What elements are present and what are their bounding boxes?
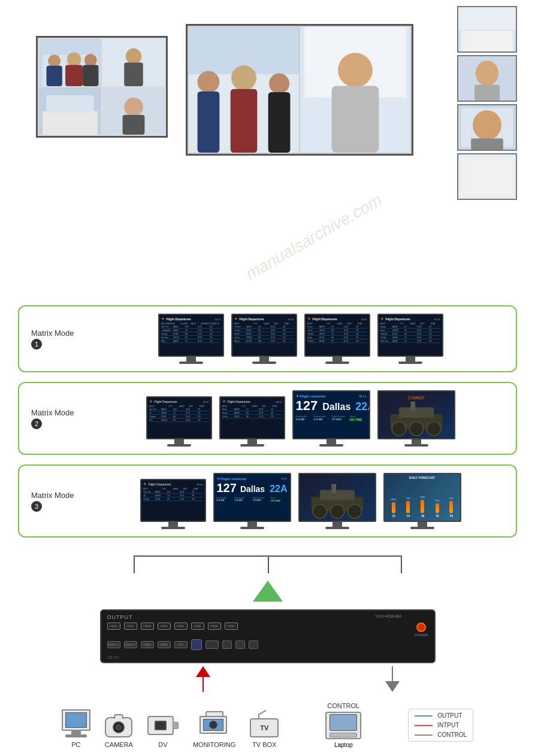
port-usb bbox=[191, 639, 202, 650]
flight-icon: ✈ bbox=[161, 317, 165, 321]
port-hdmi-in-1: HDMI 1 bbox=[107, 641, 120, 648]
svg-rect-34 bbox=[474, 85, 500, 101]
svg-rect-5 bbox=[65, 65, 83, 86]
matrix-mode-1-label: Matrix Mode 1 bbox=[25, 328, 91, 350]
svg-rect-38 bbox=[471, 138, 503, 150]
monitor-3-3 bbox=[298, 473, 376, 529]
weather-day-1: MON 72 bbox=[391, 499, 396, 518]
tvbox-body-icon: TV bbox=[250, 718, 279, 737]
legend-line-control bbox=[415, 734, 433, 736]
laptop-screen-icon bbox=[330, 714, 357, 731]
v-connector-left bbox=[134, 555, 135, 573]
monitor-3-4: DAILY FORECAST MON 72 TUE 74 bbox=[383, 473, 461, 529]
port-hdmi-8: HDMI bbox=[225, 623, 238, 630]
svg-point-55 bbox=[313, 505, 327, 518]
display-left bbox=[36, 36, 168, 138]
monitor-2-3: ✈ Flight reminder 06:11 127 Dallas 22A B… bbox=[292, 390, 370, 447]
display-cell-tr bbox=[102, 39, 165, 86]
svg-rect-22 bbox=[231, 89, 258, 153]
display-cell-bl bbox=[39, 87, 101, 135]
icon-item-dv: DV bbox=[147, 716, 179, 748]
monitor-2-1: ✈ Flight Departures 05:10 DestFltGateDep… bbox=[146, 396, 212, 447]
svg-rect-10 bbox=[124, 63, 143, 87]
svg-rect-40 bbox=[461, 157, 513, 196]
dv-body-icon bbox=[147, 716, 174, 735]
pc-label: PC bbox=[71, 741, 80, 748]
pc-screen-inner bbox=[65, 712, 87, 728]
tvbox-label: TV BOX bbox=[252, 741, 276, 748]
svg-rect-28 bbox=[332, 86, 379, 153]
svg-point-56 bbox=[330, 505, 344, 518]
gray-arrow-down-icon bbox=[385, 681, 400, 692]
screen-flight-1: ✈ Flight Departures 05:13 Destination Fl… bbox=[159, 315, 223, 356]
icon-item-camera: CAMERA bbox=[105, 717, 133, 748]
svg-point-37 bbox=[473, 110, 501, 140]
monitor-screen-1-2: ✈ Flight Departures 06:12 DestFltGateDep… bbox=[231, 314, 297, 357]
control-top-label: CONTROL bbox=[327, 702, 359, 709]
red-arrow-line bbox=[202, 677, 204, 692]
matrix-mode-3-label: Matrix Mode 3 bbox=[25, 490, 91, 512]
camera-label: CAMERA bbox=[105, 741, 133, 748]
dv-label: DV bbox=[158, 741, 167, 748]
svg-point-15 bbox=[124, 98, 143, 117]
red-arrow-up-wrap bbox=[196, 666, 210, 692]
svg-rect-20 bbox=[198, 92, 220, 153]
svg-rect-12 bbox=[43, 111, 98, 135]
device-ports-bottom: HDMI 1 HDMI 2 HDMI HDMI DVI bbox=[107, 639, 428, 650]
svg-point-48 bbox=[427, 422, 440, 436]
gray-arrow-down-wrap bbox=[385, 666, 400, 692]
display-center-right bbox=[300, 27, 410, 153]
strip-panel-1 bbox=[457, 6, 517, 53]
port-rs232 bbox=[222, 640, 232, 649]
port-hdmi-5: HDMI bbox=[174, 623, 188, 630]
svg-point-47 bbox=[409, 422, 423, 436]
pc-monitor-icon bbox=[62, 709, 90, 731]
device-power-button[interactable] bbox=[416, 623, 426, 632]
monitor-1-4: ✈ Flight Departures 05:13 DestFltGateDep… bbox=[377, 314, 443, 364]
legend-item-control: CONTROL bbox=[415, 731, 467, 738]
matrix-mode-3: Matrix Mode 3 ✈ Flight Departures 05:10 … bbox=[18, 464, 517, 538]
icon-item-tvbox: TV TV BOX bbox=[250, 718, 279, 748]
weather-day-5: FRI 75 bbox=[449, 497, 453, 518]
bottom-icons-section: PC CAMERA DV bbox=[0, 696, 535, 756]
strip-panel-4 bbox=[457, 153, 517, 200]
control-laptop-icon bbox=[325, 712, 361, 739]
monitor-screen-1-4: ✈ Flight Departures 05:13 DestFltGateDep… bbox=[377, 314, 443, 357]
gray-arrow-line bbox=[392, 666, 393, 681]
monitors-row-3: ✈ Flight Departures 05:10 DestFltGateDep… bbox=[91, 473, 510, 529]
connector-section bbox=[0, 553, 535, 576]
camera-body-icon bbox=[105, 717, 132, 737]
red-arrow-up-icon bbox=[196, 666, 210, 677]
svg-rect-54 bbox=[331, 484, 336, 494]
display-center bbox=[186, 24, 413, 156]
icon-item-monitoring: MONITORING bbox=[193, 716, 235, 748]
matrix-switch-device: OUTPUT HDMI HDMI HDMI HDMI HDMI HDMI HDM… bbox=[100, 609, 436, 663]
green-arrow-section bbox=[0, 576, 535, 606]
svg-rect-44 bbox=[398, 407, 433, 417]
monitoring-label: MONITORING bbox=[193, 741, 235, 748]
svg-point-19 bbox=[198, 71, 220, 93]
svg-rect-13 bbox=[47, 95, 94, 113]
port-ethernet bbox=[205, 640, 219, 649]
port-hdmi-in-3: HDMI bbox=[141, 641, 154, 648]
icon-item-pc: PC bbox=[62, 709, 90, 748]
icon-item-control: CONTROL Laptop bbox=[325, 702, 361, 748]
display-right-strip bbox=[457, 6, 517, 200]
arrow-area bbox=[0, 666, 535, 696]
pc-base bbox=[65, 734, 87, 737]
svg-rect-53 bbox=[319, 490, 354, 500]
display-cell-br bbox=[102, 87, 165, 135]
connector-lines bbox=[76, 555, 460, 573]
dv-eyepiece-icon bbox=[173, 722, 179, 729]
monitor-3-1: ✈ Flight Departures 05:10 DestFltGateDep… bbox=[140, 479, 206, 529]
port-hdmi-4: HDMI bbox=[158, 623, 171, 630]
weather-day-3: WED 76 bbox=[420, 496, 425, 518]
green-arrow-up-icon bbox=[253, 581, 283, 602]
monitor-stand-base bbox=[179, 362, 203, 364]
svg-rect-24 bbox=[268, 92, 291, 153]
v-connector-right bbox=[401, 555, 402, 573]
svg-point-27 bbox=[338, 53, 373, 87]
port-hdmi-6: HDMI bbox=[191, 623, 204, 630]
svg-point-6 bbox=[84, 54, 97, 66]
device-section: OUTPUT HDMI HDMI HDMI HDMI HDMI HDMI HDM… bbox=[0, 606, 535, 666]
